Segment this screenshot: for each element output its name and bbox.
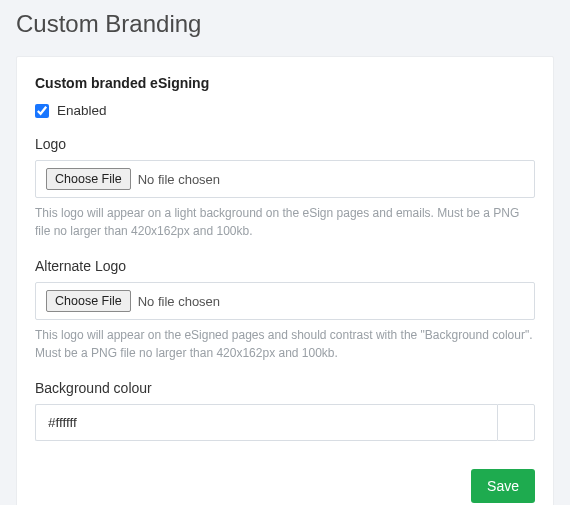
logo-help-text: This logo will appear on a light backgro…: [35, 204, 535, 240]
branding-card: Custom branded eSigning Enabled Logo Cho…: [16, 56, 554, 505]
logo-label: Logo: [35, 136, 535, 152]
logo-file-field[interactable]: Choose File No file chosen: [35, 160, 535, 198]
alt-logo-label: Alternate Logo: [35, 258, 535, 274]
alt-logo-file-field[interactable]: Choose File No file chosen: [35, 282, 535, 320]
bg-colour-row: [35, 404, 535, 441]
actions-row: Save: [35, 469, 535, 503]
alt-logo-help-text: This logo will appear on the eSigned pag…: [35, 326, 535, 362]
alt-logo-file-status: No file chosen: [138, 294, 220, 309]
enabled-label: Enabled: [57, 103, 107, 118]
logo-file-status: No file chosen: [138, 172, 220, 187]
alt-logo-choose-file-button[interactable]: Choose File: [46, 290, 131, 312]
enabled-checkbox[interactable]: [35, 104, 49, 118]
enabled-row: Enabled: [35, 103, 535, 118]
bg-colour-input[interactable]: [35, 404, 497, 441]
bg-colour-swatch[interactable]: [497, 404, 535, 441]
page-title: Custom Branding: [16, 10, 554, 38]
logo-choose-file-button[interactable]: Choose File: [46, 168, 131, 190]
bg-colour-label: Background colour: [35, 380, 535, 396]
save-button[interactable]: Save: [471, 469, 535, 503]
section-title: Custom branded eSigning: [35, 75, 535, 91]
